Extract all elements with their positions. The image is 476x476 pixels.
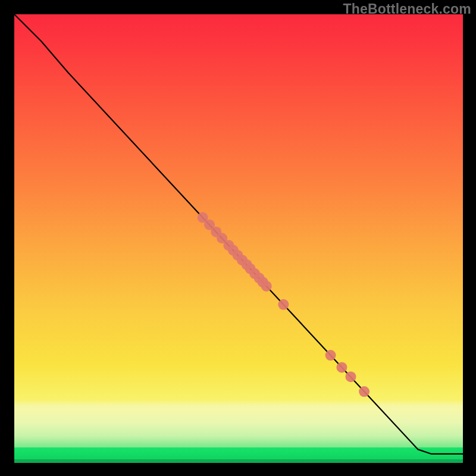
marker-point [325, 350, 336, 361]
marker-point [359, 386, 369, 397]
marker-point [336, 362, 347, 372]
chart-svg [14, 14, 463, 463]
marker-point [346, 371, 356, 382]
plot-area [14, 14, 463, 463]
curve-line [14, 14, 463, 454]
chart-stage: TheBottleneck.com [0, 0, 476, 476]
marker-point [278, 299, 289, 310]
marker-point [261, 281, 272, 292]
scatter-markers [198, 212, 369, 397]
